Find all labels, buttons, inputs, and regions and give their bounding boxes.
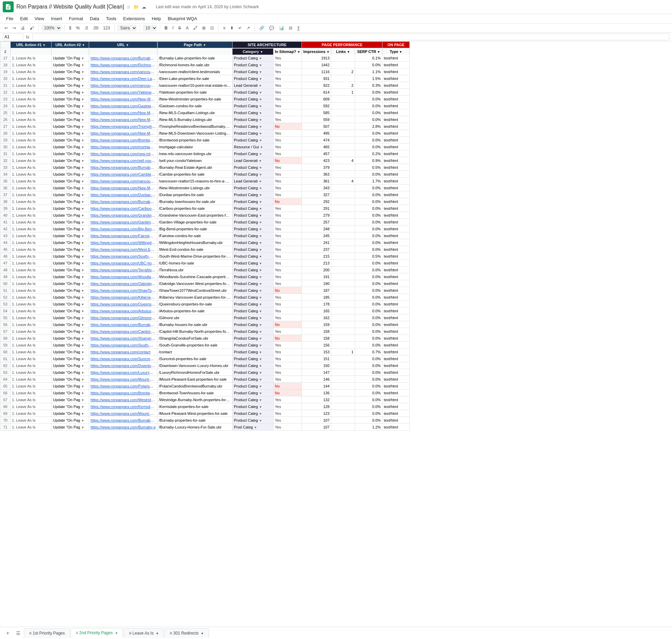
url-cell[interactable]: https://www.ronparpara.com/Suncrest-pro xyxy=(89,355,157,362)
url-action-1-cell[interactable]: 1. Leave As Is xyxy=(11,280,52,287)
page-path-cell[interactable]: /TriompheResidenceBrentwoodBurnaby.ubr xyxy=(157,123,233,130)
url-action-2-cell[interactable]: Update "On Pag ▼ xyxy=(52,301,89,308)
bold-button[interactable]: B xyxy=(163,25,169,31)
url-cell[interactable]: https://www.ronparpara.com/Grandview-V xyxy=(89,212,157,219)
page-path-cell[interactable]: /PolarisCandosBrentwoodBurnaby.ubr xyxy=(157,383,233,390)
category-cell[interactable]: Product Categ ▼ xyxy=(233,246,274,253)
category-cell[interactable]: Product Categ ▼ xyxy=(233,355,274,362)
in-sitemap-cell[interactable]: Yes xyxy=(274,376,302,383)
page-path-cell[interactable]: /Burnaby-Luxury-Homes-For-Sale.ubr xyxy=(157,424,233,431)
page-path-cell[interactable]: /Richmond-homes-for-sale.ubr xyxy=(157,62,233,68)
url-action-2-cell[interactable]: Update "On Pag ▼ xyxy=(52,164,89,171)
url-action-1-cell[interactable]: 1. Leave As Is xyxy=(11,260,52,267)
url-cell[interactable]: https://www.ronparpara.com/Capitol-Hill-… xyxy=(89,328,157,335)
category-cell[interactable]: Product Categ ▼ xyxy=(233,362,274,369)
url-action-1-cell[interactable]: 1. Leave As Is xyxy=(11,349,52,355)
in-sitemap-cell[interactable]: Yes xyxy=(274,103,302,109)
category-cell[interactable]: Product Categ ▼ xyxy=(233,308,274,314)
url-action-2-cell[interactable]: Update "On Pag ▼ xyxy=(52,137,89,144)
url-action-2-cell[interactable]: Update "On Pag ▼ xyxy=(52,185,89,191)
url-action-1-cell[interactable]: 1. Leave As Is xyxy=(11,82,52,89)
category-cell[interactable]: Product Categ ▼ xyxy=(233,103,274,109)
url-action-2-cell[interactable]: Update "On Pag ▼ xyxy=(52,68,89,75)
in-sitemap-cell[interactable]: Yes xyxy=(274,144,302,150)
category-cell[interactable]: Product Categ ▼ xyxy=(233,150,274,157)
menu-extensions[interactable]: Extensions xyxy=(120,15,149,23)
paint-format-button[interactable]: 🖌 xyxy=(28,25,36,31)
url-action-2-cell[interactable]: Update "On Pag ▼ xyxy=(52,362,89,369)
url-cell[interactable]: https://www.ronparpara.com/Yaletown-co xyxy=(89,89,157,96)
url-cell[interactable]: https://www.ronparpara.com/Downtown-Va xyxy=(89,362,157,369)
subheader-serp-ctr[interactable]: SERP CTR ▼ xyxy=(355,48,382,55)
page-path-cell[interactable]: /Mount-Pleasant-East-properties-for-sale xyxy=(157,376,233,383)
url-action-2-cell[interactable]: Update "On Pag ▼ xyxy=(52,62,89,68)
in-sitemap-cell[interactable]: Yes xyxy=(274,171,302,178)
spreadsheet[interactable]: URL Action #1 ▼ URL Action #2 ▼ URL ▼ Pa… xyxy=(0,41,672,626)
page-path-cell[interactable]: /Deer-Lake-properties-for-sale xyxy=(157,75,233,82)
url-action-1-cell[interactable]: 1. Leave As Is xyxy=(11,232,52,239)
subheader-links[interactable]: Links ▼ xyxy=(331,48,355,55)
in-sitemap-cell[interactable]: Yes xyxy=(274,246,302,253)
url-cell[interactable]: https://www.ronparpara.com/South-West-l xyxy=(89,253,157,260)
in-sitemap-cell[interactable]: Yes xyxy=(274,342,302,349)
url-action-2-cell[interactable]: Update "On Pag ▼ xyxy=(52,273,89,280)
url-cell[interactable]: https://www.ronparpara.com/TerraNova.ul xyxy=(89,267,157,273)
url-cell[interactable]: https://www.ronparpara.com/Kerrisdale-pr xyxy=(89,403,157,410)
category-cell[interactable]: Resource / Gui ▼ xyxy=(233,144,274,150)
url-action-1-cell[interactable]: 1. Leave As Is xyxy=(11,212,52,219)
url-action-1-cell[interactable]: 1. Leave As Is xyxy=(11,109,52,116)
url-cell[interactable]: https://www.ronparpara.com/PolarisCondc xyxy=(89,383,157,390)
number-format-button[interactable]: 123 xyxy=(101,25,112,31)
page-path-cell[interactable]: /Big-Bend-properties-for-sale xyxy=(157,226,233,232)
url-cell[interactable]: https://www.ronparpara.com/Woodlands-S xyxy=(89,273,157,280)
page-path-cell[interactable]: /Burnaby-townhouses-for-sale.ubr xyxy=(157,198,233,205)
in-sitemap-cell[interactable]: No xyxy=(274,383,302,390)
url-action-1-cell[interactable]: 1. Leave As Is xyxy=(11,410,52,417)
url-action-1-cell[interactable]: 1. Leave As Is xyxy=(11,321,52,328)
page-path-cell[interactable]: /South-Granville-properties-for-sale xyxy=(157,342,233,349)
page-path-cell[interactable]: /Gilmore.ubr xyxy=(157,314,233,321)
category-cell[interactable]: Product Categ ▼ xyxy=(233,232,274,239)
url-action-1-cell[interactable]: 1. Leave As Is xyxy=(11,424,52,431)
page-path-cell[interactable]: /ShawTower1077WestCordovaStreet.ubr xyxy=(157,287,233,294)
zoom-select[interactable]: 100% xyxy=(41,25,61,31)
url-action-2-cell[interactable]: Update "On Pag ▼ xyxy=(52,410,89,417)
url-action-1-cell[interactable]: 1. Leave As Is xyxy=(11,287,52,294)
url-cell[interactable]: https://www.ronparpara.com/Westridge-Bu xyxy=(89,396,157,403)
in-sitemap-cell[interactable]: Yes xyxy=(274,178,302,185)
page-path-cell[interactable]: /Grandview-Vancouver-East-properties-for… xyxy=(157,212,233,219)
url-action-1-cell[interactable]: 1. Leave As Is xyxy=(11,178,52,185)
in-sitemap-cell[interactable]: Yes xyxy=(274,355,302,362)
url-action-2-cell[interactable]: Update "On Pag ▼ xyxy=(52,417,89,424)
url-cell[interactable]: https://www.ronparpara.com/Queensbury- xyxy=(89,301,157,308)
menu-insert[interactable]: Insert xyxy=(47,15,66,23)
page-path-cell[interactable]: /Burnaby-houses-for-sale.ubr xyxy=(157,321,233,328)
url-cell[interactable]: https://www.ronparpara.com/mortgage-cal xyxy=(89,144,157,150)
page-path-cell[interactable]: /South-West-Marine-Drive-properties-for-… xyxy=(157,253,233,260)
page-path-cell[interactable]: /Yaletown-properties-for-sale xyxy=(157,89,233,96)
highlight-button[interactable]: 🖍 xyxy=(192,25,199,31)
menu-data[interactable]: Data xyxy=(86,15,102,23)
url-action-2-cell[interactable]: Update "On Pag ▼ xyxy=(52,260,89,267)
in-sitemap-cell[interactable]: Yes xyxy=(274,417,302,424)
url-action-1-cell[interactable]: 1. Leave As Is xyxy=(11,116,52,123)
url-cell[interactable]: https://www.ronparpara.com/New-MLS-Bu xyxy=(89,116,157,123)
url-action-1-cell[interactable]: 1. Leave As Is xyxy=(11,164,52,171)
category-cell[interactable]: Product Categ ▼ xyxy=(233,294,274,301)
url-action-2-cell[interactable]: Update "On Pag ▼ xyxy=(52,396,89,403)
redo-button[interactable]: ↪ xyxy=(11,25,18,31)
formula-input[interactable] xyxy=(32,33,669,40)
url-action-1-cell[interactable]: 1. Leave As Is xyxy=(11,308,52,314)
url-cell[interactable]: https://www.ronparpara.com/vancouver-re xyxy=(89,178,157,185)
page-path-cell[interactable]: /New-MLS-Burnaby-Listings.ubr xyxy=(157,116,233,123)
in-sitemap-cell[interactable]: Yes xyxy=(274,308,302,314)
url-cell[interactable]: https://www.ronparpara.com/Cariboo-prop xyxy=(89,205,157,212)
category-cell[interactable]: Product Categ ▼ xyxy=(233,116,274,123)
menu-help[interactable]: Help xyxy=(148,15,164,23)
category-cell[interactable]: Product Categ ▼ xyxy=(233,191,274,198)
url-action-1-cell[interactable]: 1. Leave As Is xyxy=(11,267,52,273)
page-path-cell[interactable]: /UBC-homes-for-sale xyxy=(157,260,233,267)
url-action-2-cell[interactable]: Update "On Pag ▼ xyxy=(52,287,89,294)
url-action-1-cell[interactable]: 1. Leave As Is xyxy=(11,246,52,253)
url-action-2-cell[interactable]: Update "On Pag ▼ xyxy=(52,267,89,273)
